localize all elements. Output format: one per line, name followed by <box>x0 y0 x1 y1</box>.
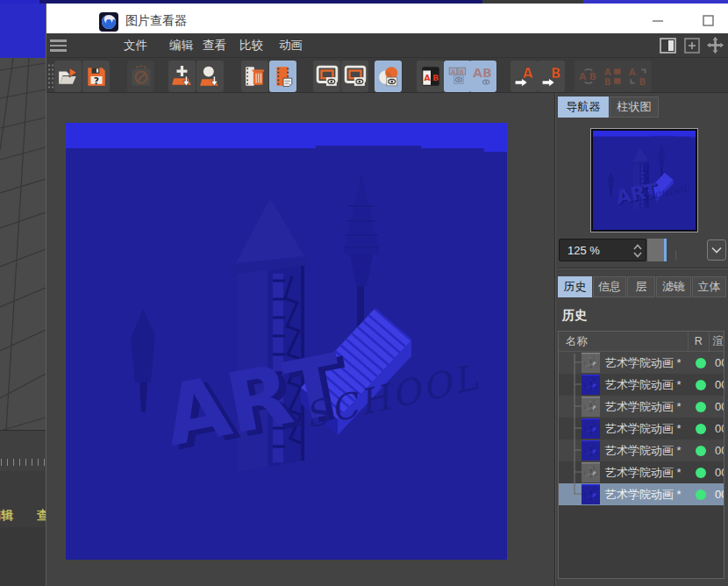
panel-separator-highlight <box>558 268 728 269</box>
tab-info[interactable]: 信息 <box>593 276 626 297</box>
svg-text:B: B <box>550 66 560 82</box>
history-row[interactable]: 艺术学院动画 *00 <box>559 374 724 396</box>
tab-history[interactable]: 历史 <box>558 276 592 297</box>
column-time[interactable]: 渲 <box>709 332 724 351</box>
tab-navigator[interactable]: 导航器 <box>558 96 609 118</box>
clipped-panel-button[interactable] <box>723 36 728 54</box>
move-panel-button[interactable] <box>705 36 724 54</box>
show-image-b-button[interactable] <box>341 61 368 92</box>
chevron-down-icon <box>711 247 722 254</box>
row-status <box>690 358 711 368</box>
status-green-dot <box>696 424 706 434</box>
row-status <box>690 424 711 434</box>
save-image-button[interactable]: ? <box>82 61 110 92</box>
row-thumbnail[interactable] <box>582 462 600 482</box>
history-row[interactable]: 艺术学院动画 *00 <box>559 352 724 374</box>
ab-split-button[interactable]: A B <box>417 61 444 92</box>
minimize-button[interactable] <box>640 8 675 32</box>
row-label[interactable]: 艺术学院动画 * <box>600 377 690 393</box>
navigator-preview[interactable] <box>590 128 698 232</box>
new-panel-button[interactable] <box>682 36 702 54</box>
row-render-time: 00 <box>711 444 724 457</box>
row-render-time: 00 <box>711 422 724 435</box>
bg-viewport-sky <box>0 4 46 58</box>
row-thumbnail[interactable] <box>582 397 600 417</box>
ab-full-button[interactable]: AB <box>469 61 496 92</box>
history-row[interactable]: 艺术学院动画 *00 <box>559 461 724 483</box>
row-thumbnail[interactable] <box>582 418 600 439</box>
row-label[interactable]: 艺术学院动画 * <box>600 487 690 503</box>
row-label[interactable]: 艺术学院动画 * <box>600 421 690 437</box>
user-offset-button[interactable] <box>196 61 224 92</box>
history-row[interactable]: 艺术学院动画 *00 <box>559 483 724 505</box>
swap-ab-icon: A B <box>577 65 600 88</box>
tab-layers[interactable]: 层 <box>627 276 655 297</box>
show-image-a-button[interactable] <box>313 61 340 92</box>
delete-frame-button[interactable] <box>241 61 268 92</box>
film-trash-icon <box>244 65 267 88</box>
row-thumbnail[interactable] <box>582 440 600 461</box>
column-name[interactable]: 名称 <box>559 334 688 349</box>
hamburger-icon[interactable] <box>50 39 67 52</box>
set-a-button[interactable]: A <box>510 61 538 92</box>
svg-text:B: B <box>589 71 596 82</box>
zoom-dropdown-button[interactable] <box>707 239 726 261</box>
image-offset-button[interactable] <box>168 61 196 92</box>
keep-frame-button[interactable] <box>269 61 296 92</box>
swap-ab-button: A B <box>575 61 602 92</box>
bg-playback-controls: || 0 <box>0 471 46 504</box>
ab-eye-button[interactable]: A B <box>444 61 471 92</box>
row-render-time: 00 <box>711 356 724 369</box>
ab-equal-icon: A B <box>602 65 625 88</box>
set-b-button[interactable]: B <box>538 61 565 92</box>
layout-toggle-button[interactable] <box>658 36 677 54</box>
row-thumbnail[interactable] <box>582 484 600 504</box>
plus-box-icon <box>684 38 700 54</box>
history-row[interactable]: 艺术学院动画 *00 <box>559 440 724 461</box>
maximize-icon <box>703 15 714 26</box>
bg-menu-edit[interactable]: 编辑 <box>0 508 13 524</box>
history-table-header[interactable]: 名称 R 渲 <box>559 332 724 352</box>
row-thumbnail[interactable] <box>582 375 600 395</box>
titlebar[interactable]: 图片查看器 <box>46 4 728 33</box>
menu-compare[interactable]: 比较 <box>239 38 263 54</box>
row-label[interactable]: 艺术学院动画 * <box>600 355 690 371</box>
row-label[interactable]: 艺术学院动画 * <box>600 465 690 481</box>
zoom-level-input[interactable]: 125 % <box>559 239 646 261</box>
maximize-button[interactable] <box>690 8 725 32</box>
menu-anim[interactable]: 动画 <box>279 38 303 54</box>
menu-file[interactable]: 文件 <box>124 38 147 54</box>
open-image-button[interactable] <box>54 61 82 92</box>
ab-equal-button: A B <box>599 61 626 92</box>
tab-stereo[interactable]: 立体 <box>692 276 726 297</box>
svg-text:B: B <box>432 73 439 82</box>
screen: 5 || 0 编辑 查 <box>0 0 728 586</box>
svg-text:?: ? <box>93 75 98 87</box>
panel-divider-highlight <box>555 93 556 586</box>
bg-menu-view[interactable]: 查 <box>37 508 46 524</box>
tab-histogram[interactable]: 柱状图 <box>610 96 659 118</box>
column-render[interactable]: R <box>688 332 709 351</box>
menu-edit[interactable]: 编辑 <box>169 38 193 54</box>
ab-split-icon: A B <box>419 65 442 88</box>
rendered-image[interactable] <box>66 123 507 560</box>
history-row[interactable]: 艺术学院动画 *00 <box>559 396 724 418</box>
row-label[interactable]: 艺术学院动画 * <box>600 443 690 459</box>
film-save-icon <box>272 65 295 88</box>
ab-cycle-button: A B <box>625 61 652 92</box>
tab-filter[interactable]: 滤镜 <box>656 276 691 297</box>
row-thumbnail[interactable] <box>582 353 600 373</box>
toolbar-drag-handle[interactable] <box>47 63 54 89</box>
zoom-spinner-icon[interactable] <box>632 242 643 260</box>
history-row[interactable]: 艺术学院动画 *00 <box>559 418 724 440</box>
row-label[interactable]: 艺术学院动画 * <box>600 399 690 415</box>
zoom-slider-handle[interactable] <box>647 239 664 261</box>
render-disabled-button <box>127 61 154 92</box>
history-heading: 历史 <box>562 308 587 324</box>
arrow-to-b-icon: B <box>539 65 564 88</box>
compare-blend-button[interactable] <box>375 61 402 92</box>
status-green-dot <box>696 490 706 500</box>
menu-view[interactable]: 查看 <box>203 38 226 54</box>
frame-eye-b-icon <box>343 65 368 88</box>
row-status <box>690 490 711 500</box>
